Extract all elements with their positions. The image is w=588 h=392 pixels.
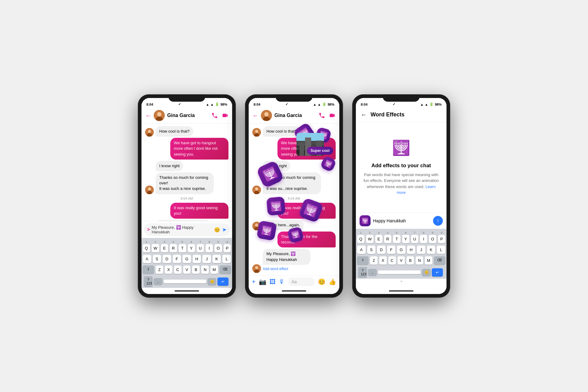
video-icon-1[interactable] xyxy=(222,112,228,119)
k3-num-6[interactable]: 6 xyxy=(402,231,409,234)
key-shift[interactable]: ⇧ xyxy=(143,266,154,274)
k3-l[interactable]: L xyxy=(437,246,445,254)
key-123[interactable]: ?123 xyxy=(144,276,153,287)
key-num-9[interactable]: 9 xyxy=(214,240,222,243)
add-icon-2[interactable]: + xyxy=(252,278,256,286)
k3-num-3[interactable]: 3 xyxy=(375,231,383,234)
key-z[interactable]: Z xyxy=(156,266,163,274)
k3-g[interactable]: G xyxy=(397,246,405,254)
contact-name-1[interactable]: Gina Garcia xyxy=(167,113,209,118)
key-num-2[interactable]: 2 xyxy=(152,240,159,243)
k3-123[interactable]: ?123 xyxy=(358,267,367,277)
key-enter[interactable]: ↵ xyxy=(217,277,228,286)
k3-u[interactable]: U xyxy=(411,235,418,243)
add-word-effect-link[interactable]: Add word effect xyxy=(263,266,288,273)
key-b[interactable]: B xyxy=(192,266,200,274)
k3-num-9[interactable]: 9 xyxy=(429,231,436,234)
key-num-7[interactable]: 7 xyxy=(197,240,204,243)
key-num-3[interactable]: 3 xyxy=(161,240,168,243)
k3-k[interactable]: K xyxy=(427,246,435,254)
k3-w[interactable]: W xyxy=(366,235,373,243)
k3-s[interactable]: S xyxy=(367,246,376,254)
key-m[interactable]: M xyxy=(210,266,218,274)
mic-icon-2[interactable]: 🎙 xyxy=(279,278,285,285)
key-r[interactable]: R xyxy=(170,244,177,252)
k3-num-4[interactable]: 4 xyxy=(384,231,391,234)
key-backspace[interactable]: ⌫ xyxy=(220,266,231,274)
we-text-input[interactable]: Happy Hanukkah xyxy=(373,218,431,223)
key-num-8[interactable]: 8 xyxy=(205,240,213,243)
k3-d[interactable]: D xyxy=(377,246,386,254)
k3-n[interactable]: N xyxy=(416,256,423,265)
key-x[interactable]: X xyxy=(165,266,172,274)
send-icon-1[interactable]: ➤ xyxy=(222,226,227,233)
key-j[interactable]: J xyxy=(202,255,211,263)
key-c[interactable]: C xyxy=(174,266,182,274)
k3-backspace[interactable]: ⌫ xyxy=(434,256,445,265)
k3-shift[interactable]: ⇧ xyxy=(357,256,368,265)
key-t[interactable]: T xyxy=(179,244,186,252)
key-a[interactable]: A xyxy=(143,255,151,263)
k3-r[interactable]: R xyxy=(384,235,391,243)
call-icon-2[interactable] xyxy=(318,112,325,119)
key-v[interactable]: V xyxy=(183,266,191,274)
key-f[interactable]: F xyxy=(173,255,181,263)
video-icon-2[interactable] xyxy=(329,112,336,119)
k3-o[interactable]: O xyxy=(429,235,436,243)
emoji-icon-1[interactable]: 😊 xyxy=(214,227,220,233)
key-num-4[interactable]: 4 xyxy=(170,240,177,243)
k3-num-7[interactable]: 7 xyxy=(411,231,418,234)
k3-b[interactable]: B xyxy=(406,256,414,265)
back-button-1[interactable]: ← xyxy=(145,112,151,119)
k3-z[interactable]: Z xyxy=(370,256,378,265)
learn-more-link[interactable]: Learn more xyxy=(397,184,435,195)
emoji-icon-2[interactable]: 😊 xyxy=(318,278,326,285)
k3-q[interactable]: Q xyxy=(357,235,364,243)
key-u[interactable]: U xyxy=(197,244,204,252)
back-button-2[interactable]: ← xyxy=(252,112,258,119)
k3-m[interactable]: M xyxy=(425,256,432,265)
we-send-button[interactable]: ↑ xyxy=(433,216,443,226)
input-text-1[interactable]: My Pleasure, 🕎 Happy Hanukkah xyxy=(152,225,212,234)
k3-comma[interactable]: , xyxy=(368,269,377,276)
expand-icon-1[interactable]: > xyxy=(147,227,150,232)
key-o[interactable]: O xyxy=(214,244,222,252)
key-g[interactable]: G xyxy=(183,255,191,263)
key-num-5[interactable]: 5 xyxy=(179,240,186,243)
k3-i[interactable]: I xyxy=(420,235,427,243)
thumbsup-icon-2[interactable]: 👍 xyxy=(329,278,336,285)
key-num-1[interactable]: 1 xyxy=(143,240,150,243)
k3-num-1[interactable]: 1 xyxy=(357,231,364,234)
k3-y[interactable]: Y xyxy=(402,235,409,243)
key-h[interactable]: H xyxy=(193,255,201,263)
key-n[interactable]: N xyxy=(201,266,209,274)
k3-e[interactable]: E xyxy=(375,235,383,243)
key-emoji[interactable]: 😊 xyxy=(208,278,216,285)
call-icon-1[interactable] xyxy=(211,112,218,119)
k3-a[interactable]: A xyxy=(357,246,366,254)
key-l[interactable]: L xyxy=(222,255,231,263)
k3-t[interactable]: T xyxy=(393,235,400,243)
k3-c[interactable]: C xyxy=(388,256,396,265)
key-i[interactable]: I xyxy=(205,244,213,252)
key-d[interactable]: D xyxy=(163,255,171,263)
k3-emoji[interactable]: 😊 xyxy=(422,269,431,276)
key-num-0[interactable]: 0 xyxy=(224,240,231,243)
contact-name-2[interactable]: Gina Garcia xyxy=(274,113,316,118)
k3-h[interactable]: H xyxy=(407,246,416,254)
k3-p[interactable]: P xyxy=(438,235,445,243)
k3-space[interactable] xyxy=(378,270,421,274)
k3-num-8[interactable]: 8 xyxy=(420,231,427,234)
k3-num-5[interactable]: 5 xyxy=(393,231,400,234)
key-y[interactable]: Y xyxy=(188,244,195,252)
key-w[interactable]: W xyxy=(152,244,159,252)
key-p[interactable]: P xyxy=(224,244,231,252)
key-space[interactable] xyxy=(164,280,206,283)
we-back-button[interactable]: ← xyxy=(361,111,367,118)
key-k[interactable]: K xyxy=(213,255,221,263)
key-q[interactable]: Q xyxy=(143,244,150,252)
key-num-6[interactable]: 6 xyxy=(188,240,195,243)
k3-num-2[interactable]: 2 xyxy=(366,231,373,234)
key-e[interactable]: E xyxy=(161,244,168,252)
image-icon-2[interactable]: 🖼 xyxy=(270,278,276,285)
